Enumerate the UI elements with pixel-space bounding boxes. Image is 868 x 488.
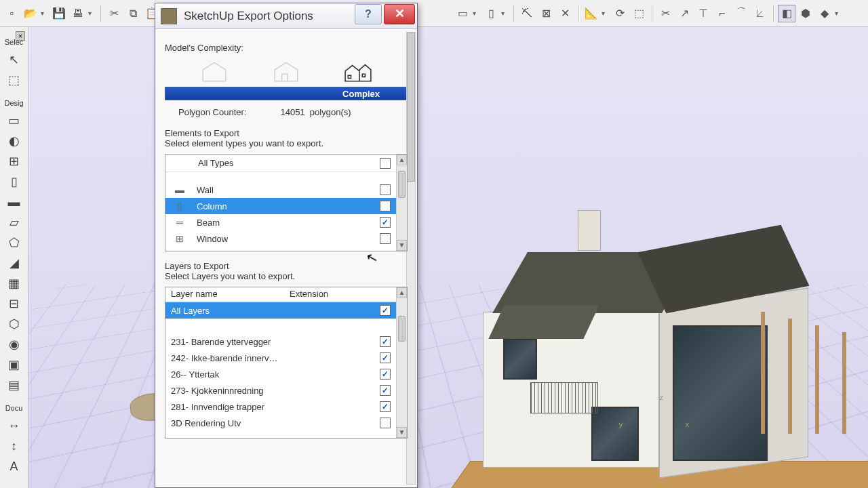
scroll-up-button[interactable]: ▲ xyxy=(397,287,407,298)
save-button[interactable]: 💾 xyxy=(50,5,68,22)
layers-scrollbar[interactable]: ▲ ▼ xyxy=(396,287,407,438)
axis-y: y xyxy=(618,420,623,429)
tool-d-button[interactable]: ⊠ xyxy=(537,5,555,22)
object-tool[interactable]: ◉ xyxy=(5,335,24,354)
element-row-beam[interactable]: ═Beam xyxy=(165,214,407,230)
element-label: Window xyxy=(197,234,380,244)
element-row-window[interactable]: ⊞Window xyxy=(165,230,407,247)
column-icon: ▯ xyxy=(172,200,187,212)
tool-m-button[interactable]: ⌒ xyxy=(732,5,750,22)
polygon-value: 14051 polygon(s) xyxy=(280,107,351,117)
dropdown-icon[interactable]: ▾ xyxy=(473,9,481,17)
dialog-close-button[interactable]: ✕ xyxy=(384,4,415,24)
morph-tool[interactable]: ⬡ xyxy=(5,314,24,333)
all-layers-row[interactable]: All Layers xyxy=(165,302,407,319)
tool-p-button[interactable]: ◆ xyxy=(816,5,833,22)
scrollbar-thumb[interactable] xyxy=(398,171,406,198)
tool-a-button[interactable]: ▭ xyxy=(454,5,471,22)
tool-j-button[interactable]: ↗ xyxy=(675,5,693,22)
all-types-checkbox[interactable] xyxy=(380,158,391,169)
tool-k-button[interactable]: ⊤ xyxy=(694,5,712,22)
elements-scrollbar[interactable]: ▲ ▼ xyxy=(396,155,407,251)
scroll-down-button[interactable]: ▼ xyxy=(397,240,407,251)
layer-row[interactable]: 242- Ikke-barende innerv… xyxy=(165,350,407,366)
mesh-tool[interactable]: ▦ xyxy=(5,274,24,293)
layer-row[interactable]: 273- Kjokkeninnredning xyxy=(165,382,407,399)
complexity-high-icon[interactable] xyxy=(344,60,372,83)
open-file-button[interactable]: 📂 xyxy=(22,5,39,22)
beam-icon: ═ xyxy=(172,216,187,228)
text-tool[interactable]: A xyxy=(5,457,24,476)
new-file-button[interactable]: ▫ xyxy=(3,5,20,22)
beam-tool[interactable]: ▬ xyxy=(5,192,24,211)
complexity-label: Model's Complexity: xyxy=(165,43,408,53)
design-label: Desig xyxy=(4,99,23,107)
tool-f-button[interactable]: 📐 xyxy=(583,5,600,22)
tool-g-button[interactable]: ⟳ xyxy=(611,5,629,22)
scroll-down-button[interactable]: ▼ xyxy=(397,427,407,438)
dropdown-icon[interactable]: ▾ xyxy=(501,9,509,17)
layer-row[interactable]: 26-- Yttertak xyxy=(165,366,407,382)
complexity-med-icon[interactable] xyxy=(272,60,300,83)
arrow-tool[interactable]: ↖ xyxy=(5,50,24,69)
element-checkbox[interactable] xyxy=(380,201,391,211)
tool-n-button[interactable]: ⟀ xyxy=(751,5,769,22)
marquee-tool[interactable]: ⬚ xyxy=(5,70,24,89)
wall-tool[interactable]: ▭ xyxy=(5,111,24,130)
layer-row[interactable]: 3D Rendering Utv xyxy=(165,415,407,431)
layer-checkbox[interactable] xyxy=(380,352,391,363)
element-checkbox[interactable] xyxy=(380,233,391,244)
print-dropdown[interactable]: ▾ xyxy=(88,9,96,17)
element-label: Column xyxy=(197,201,380,211)
dimension-tool[interactable]: ↔ xyxy=(5,416,24,435)
all-layers-checkbox[interactable] xyxy=(380,305,391,316)
dropdown-icon[interactable]: ▾ xyxy=(835,9,843,17)
complexity-slider[interactable]: Complex xyxy=(165,87,408,100)
window-tool[interactable]: ⊞ xyxy=(5,152,24,171)
layer-row[interactable]: 281- Innvendige trapper xyxy=(165,399,407,415)
tool-active-button[interactable]: ◧ xyxy=(778,5,795,22)
tool-b-button[interactable]: ▯ xyxy=(482,5,500,22)
layer-checkbox[interactable] xyxy=(380,336,391,347)
cut-button[interactable]: ✂ xyxy=(105,5,123,22)
tool-i-button[interactable]: ✂ xyxy=(656,5,674,22)
toolbar-separator xyxy=(652,5,652,22)
zone-tool[interactable]: ▣ xyxy=(5,355,24,374)
column-tool[interactable]: ▯ xyxy=(5,172,24,191)
level-tool[interactable]: ↕ xyxy=(5,436,24,455)
roof-tool[interactable]: ⬠ xyxy=(5,233,24,252)
layer-checkbox[interactable] xyxy=(380,369,391,380)
pergola xyxy=(761,312,849,434)
complexity-low-icon[interactable] xyxy=(200,60,229,83)
layer-checkbox[interactable] xyxy=(380,401,391,412)
dialog-title: SketchUp Export Options xyxy=(184,9,355,23)
scrollbar-thumb[interactable] xyxy=(398,316,406,342)
layer-checkbox[interactable] xyxy=(380,385,391,396)
dialog-titlebar[interactable]: SketchUp Export Options ? ✕ xyxy=(155,3,417,29)
shell-tool[interactable]: ◢ xyxy=(5,253,24,272)
door-tool[interactable]: ◐ xyxy=(5,131,24,150)
scrollbar-thumb[interactable] xyxy=(407,33,415,182)
panel-close-button[interactable]: × xyxy=(16,31,25,41)
curtain-tool[interactable]: ⊟ xyxy=(5,294,24,313)
scroll-up-button[interactable]: ▲ xyxy=(397,155,407,165)
element-row-column[interactable]: ▯Column xyxy=(165,198,407,214)
dropdown-icon[interactable]: ▾ xyxy=(601,9,610,17)
dialog-help-button[interactable]: ? xyxy=(355,4,382,24)
copy-button[interactable]: ⧉ xyxy=(124,5,142,22)
element-checkbox[interactable] xyxy=(380,217,391,228)
tool-h-button[interactable]: ⬚ xyxy=(630,5,648,22)
tool-c-button[interactable]: ⛏ xyxy=(518,5,536,22)
open-dropdown[interactable]: ▾ xyxy=(41,9,49,17)
slab-tool[interactable]: ▱ xyxy=(5,213,24,232)
stair-tool[interactable]: ▤ xyxy=(5,375,24,394)
element-row-wall[interactable]: ▬Wall xyxy=(165,182,407,198)
dialog-scrollbar[interactable] xyxy=(406,32,416,485)
tool-e-button[interactable]: ✕ xyxy=(556,5,574,22)
layer-checkbox[interactable] xyxy=(380,418,391,428)
print-button[interactable]: 🖶 xyxy=(69,5,87,22)
tool-l-button[interactable]: ⌐ xyxy=(713,5,731,22)
layer-row[interactable]: 231- Barende yttervegger xyxy=(165,333,407,350)
element-checkbox[interactable] xyxy=(380,184,391,195)
tool-o-button[interactable]: ⬢ xyxy=(797,5,814,22)
